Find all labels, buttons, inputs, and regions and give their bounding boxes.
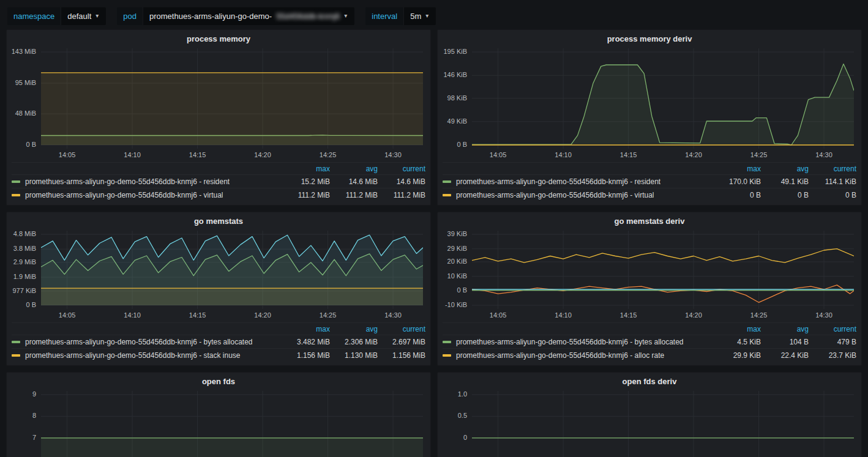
legend-col-current[interactable]: current — [809, 325, 856, 333]
legend-col-avg[interactable]: avg — [330, 165, 378, 173]
series-color-swatch[interactable] — [443, 341, 451, 343]
plot-region[interactable] — [41, 391, 423, 457]
plot-region[interactable] — [472, 48, 854, 149]
legend-avg-value: 49.1 KiB — [761, 177, 809, 186]
legend-series: promethues-arms-aliyun-go-demo-55d456ddb… — [443, 177, 713, 186]
y-axis-labels: 195 KiB146 KiB98 KiB49 KiB0 B — [438, 48, 472, 149]
variable-value-dropdown[interactable]: default ▾ — [61, 7, 106, 25]
legend-max-value: 1.156 MiB — [282, 351, 330, 360]
legend-col-avg[interactable]: avg — [761, 165, 809, 173]
legend-col-max[interactable]: max — [713, 165, 761, 173]
template-variable-pod: pod promethues-arms-aliyun-go-demo-55d45… — [117, 7, 354, 25]
legend-max-value: 29.9 KiB — [713, 351, 761, 360]
x-axis-tick-label: 14:30 — [815, 151, 832, 158]
y-axis-labels: 39 KiB29 KiB20 KiB10 KiB0 B-10 KiB — [438, 231, 472, 309]
series-color-swatch[interactable] — [12, 341, 20, 343]
y-axis-tick-label: 143 MiB — [12, 48, 36, 55]
series-color-swatch[interactable] — [443, 194, 451, 196]
variable-value-dropdown[interactable]: 5m ▾ — [404, 7, 436, 25]
y-axis-tick-label: 7 — [32, 434, 36, 441]
y-axis-tick-label: 2.9 MiB — [13, 258, 36, 266]
x-axis-tick-label: 14:05 — [59, 151, 76, 158]
series-label[interactable]: promethues-arms-aliyun-go-demo-55d456ddb… — [456, 351, 664, 360]
legend-current-value: 14.6 MiB — [378, 177, 425, 186]
panel-title[interactable]: go memstats — [7, 212, 430, 229]
chevron-down-icon: ▾ — [344, 13, 347, 19]
legend-row: promethues-arms-aliyun-go-demo-55d456ddb… — [12, 174, 425, 188]
legend-series: promethues-arms-aliyun-go-demo-55d456ddb… — [12, 177, 282, 186]
y-axis-tick-label: 3.8 MiB — [13, 245, 36, 252]
chart-svg — [41, 391, 423, 457]
chart-svg — [41, 231, 423, 309]
y-axis-tick-label: -10 KiB — [445, 301, 467, 308]
chevron-down-icon: ▾ — [95, 13, 99, 19]
variable-label: pod — [117, 7, 143, 25]
series-label[interactable]: promethues-arms-aliyun-go-demo-55d456ddb… — [456, 177, 660, 186]
series-label[interactable]: promethues-arms-aliyun-go-demo-55d456ddb… — [456, 191, 654, 199]
series-label[interactable]: promethues-arms-aliyun-go-demo-55d456ddb… — [25, 351, 241, 360]
panel-title[interactable]: go memstats deriv — [438, 212, 861, 229]
plot-region[interactable] — [472, 391, 854, 457]
variable-label: namespace — [7, 7, 61, 25]
panel-title[interactable]: process memory deriv — [438, 30, 861, 47]
plot-region[interactable] — [41, 231, 423, 309]
panel-open-fds: open fds 987 — [6, 372, 431, 457]
panel-go-memstats-deriv: go memstats deriv 39 KiB29 KiB20 KiB10 K… — [437, 212, 862, 366]
plot-region[interactable] — [472, 231, 854, 309]
dashboard-variables-bar: namespace default ▾ pod promethues-arms-… — [0, 0, 868, 27]
legend-col-max[interactable]: max — [282, 325, 330, 333]
legend-col-avg[interactable]: avg — [761, 325, 809, 333]
legend-row: promethues-arms-aliyun-go-demo-55d456ddb… — [443, 348, 856, 362]
x-axis-labels: 14:0514:1014:1514:2014:2514:30 — [472, 309, 854, 321]
y-axis-tick-label: 9 — [32, 390, 36, 398]
x-axis-tick-label: 14:25 — [750, 151, 768, 158]
variable-label: interval — [365, 7, 404, 25]
x-axis-tick-label: 14:10 — [124, 151, 141, 158]
legend: max avg current promethues-arms-aliyun-g… — [12, 162, 425, 201]
legend-row: promethues-arms-aliyun-go-demo-55d456ddb… — [12, 335, 425, 348]
panel-title-text: open fds deriv — [623, 377, 677, 386]
legend-row: promethues-arms-aliyun-go-demo-55d456ddb… — [443, 188, 856, 201]
x-axis-tick-label: 14:20 — [685, 151, 702, 158]
legend-col-avg[interactable]: avg — [330, 325, 378, 333]
y-axis-tick-label: 29 KiB — [447, 245, 467, 252]
chart-svg — [472, 231, 854, 309]
series-color-swatch[interactable] — [12, 354, 20, 357]
plot-region[interactable] — [41, 48, 423, 149]
x-axis-tick-label: 14:05 — [490, 151, 507, 158]
legend-col-max[interactable]: max — [282, 165, 330, 173]
panel-title[interactable]: process memory — [7, 30, 430, 47]
series-label[interactable]: promethues-arms-aliyun-go-demo-55d456ddb… — [456, 338, 684, 346]
legend-row: promethues-arms-aliyun-go-demo-55d456ddb… — [443, 335, 856, 348]
variable-current-value: 5m — [410, 12, 421, 21]
legend-col-max[interactable]: max — [713, 325, 761, 333]
series-color-swatch[interactable] — [443, 180, 451, 183]
legend-series: promethues-arms-aliyun-go-demo-55d456ddb… — [443, 191, 713, 199]
panel-title[interactable]: open fds — [7, 373, 430, 390]
legend-col-current[interactable]: current — [378, 165, 425, 173]
series-label[interactable]: promethues-arms-aliyun-go-demo-55d456ddb… — [25, 177, 230, 186]
legend-current-value: 23.7 KiB — [809, 351, 856, 360]
legend-avg-value: 111.2 MiB — [330, 191, 378, 199]
x-axis-tick-label: 14:20 — [254, 151, 271, 158]
variable-value-dropdown[interactable]: promethues-arms-aliyun-go-demo-55d456ddb… — [143, 7, 354, 25]
series-color-swatch[interactable] — [12, 194, 20, 196]
panel-process-memory: process memory 143 MiB95 MiB48 MiB0 B 14… — [6, 29, 431, 206]
legend-current-value: 111.2 MiB — [378, 191, 425, 199]
legend-current-value: 0 B — [809, 191, 856, 199]
legend-avg-value: 2.306 MiB — [330, 338, 378, 346]
panel-title[interactable]: open fds deriv — [438, 373, 861, 390]
series-label[interactable]: promethues-arms-aliyun-go-demo-55d456ddb… — [25, 191, 223, 199]
legend-col-current[interactable]: current — [378, 325, 425, 333]
legend-header: max avg current — [443, 162, 856, 174]
template-variable-interval: interval 5m ▾ — [365, 7, 436, 25]
chart-area: 39 KiB29 KiB20 KiB10 KiB0 B-10 KiB — [438, 231, 861, 309]
series-color-swatch[interactable] — [12, 180, 20, 183]
series-color-swatch[interactable] — [443, 354, 451, 357]
legend-series: promethues-arms-aliyun-go-demo-55d456ddb… — [443, 338, 713, 346]
x-axis-labels: 14:0514:1014:1514:2014:2514:30 — [41, 309, 423, 321]
legend-max-value: 3.482 MiB — [282, 338, 330, 346]
series-label[interactable]: promethues-arms-aliyun-go-demo-55d456ddb… — [25, 338, 253, 346]
legend-col-current[interactable]: current — [809, 165, 856, 173]
y-axis-tick-label: 95 MiB — [15, 79, 36, 86]
